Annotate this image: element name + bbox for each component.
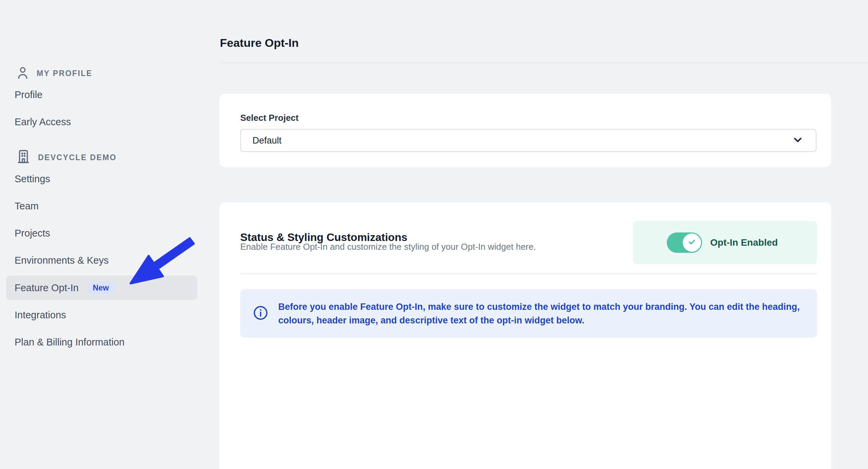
sidebar-section-label: DEVCYCLE DEMO [38,153,117,162]
card-subheading: Enable Feature Opt-In and customize the … [240,242,536,252]
chevron-down-icon [791,133,804,148]
sidebar-section-devcycle-demo: DEVCYCLE DEMO [16,149,117,166]
building-icon [16,149,31,166]
sidebar-section-label: MY PROFILE [37,69,92,78]
banner-text: Before you enable Feature Opt-In, make s… [278,300,805,327]
sidebar-section-my-profile: MY PROFILE [16,65,92,81]
opt-in-toggle-panel: Opt-In Enabled [633,221,817,264]
sidebar-item-early-access[interactable]: Early Access [15,116,71,128]
opt-in-toggle[interactable] [667,232,702,253]
info-icon [252,305,269,322]
sidebar-item-environments-keys[interactable]: Environments & Keys [15,255,109,266]
info-banner: Before you enable Feature Opt-In, make s… [240,289,817,338]
sidebar-item-integrations[interactable]: Integrations [15,309,66,321]
header-divider [220,62,868,63]
sidebar-item-team[interactable]: Team [15,201,39,212]
sidebar-item-settings[interactable]: Settings [15,173,50,185]
project-select[interactable]: Default [240,129,816,152]
page-title: Feature Opt-In [220,36,299,50]
select-project-card: Select Project Default [219,94,831,168]
new-badge: New [87,282,115,294]
sidebar-item-plan-billing[interactable]: Plan & Billing Information [15,337,125,348]
sidebar-item-feature-opt-in[interactable]: Feature Opt-In New [6,276,197,300]
project-select-value: Default [252,135,791,146]
status-styling-card: Status & Styling Customizations Enable F… [219,202,831,469]
app-window: MY PROFILE Profile Early Access DEVCYCLE… [0,0,868,469]
card-divider [240,274,817,274]
toggle-thumb [683,233,701,252]
sidebar-item-label: Feature Opt-In [15,282,79,294]
sidebar-item-projects[interactable]: Projects [15,228,50,239]
select-project-label: Select Project [240,113,299,123]
check-icon [687,237,697,248]
settings-sidebar: MY PROFILE Profile Early Access DEVCYCLE… [0,0,210,469]
sidebar-item-profile[interactable]: Profile [15,89,42,100]
toggle-label: Opt-In Enabled [710,237,778,248]
user-icon [16,65,29,81]
